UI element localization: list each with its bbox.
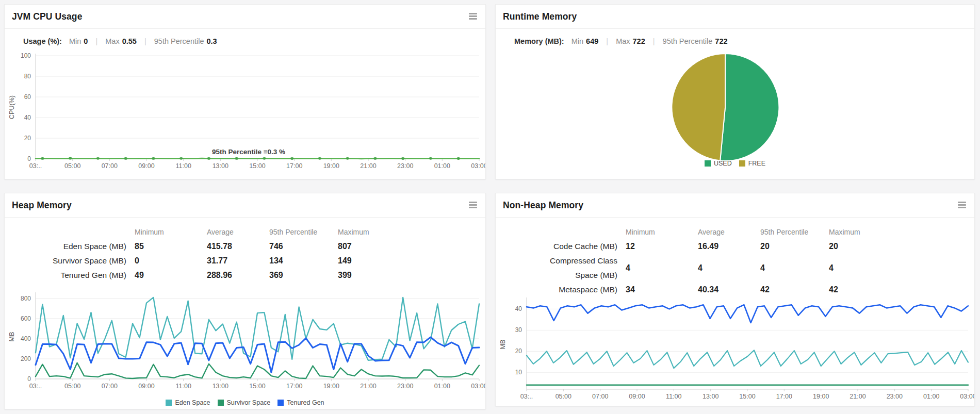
svg-text:13:00: 13:00 [213, 162, 228, 170]
table-cell: 0 [135, 254, 207, 268]
svg-text:19:00: 19:00 [323, 162, 339, 170]
legend-label: USED [714, 160, 732, 167]
column-header: 95th Percentile [269, 225, 338, 239]
heap-stats-table: Minimum Average 95th Percentile Maximum … [15, 225, 485, 283]
svg-text:01:00: 01:00 [434, 383, 450, 390]
p95-value: 722 [715, 37, 727, 45]
heap-chart-legend: Eden SpaceSurvivor SpaceTenured Gen [5, 399, 485, 406]
column-header: Average [207, 225, 269, 239]
svg-text:11:00: 11:00 [176, 383, 191, 390]
table-cell: 85 [135, 239, 207, 254]
nonheap-stats-table: Minimum Average 95th Percentile Maximum … [506, 225, 974, 297]
column-header: Average [698, 225, 760, 239]
stats-label: Usage (%): [23, 37, 62, 45]
svg-text:MB: MB [499, 340, 507, 350]
table-cell: 149 [338, 254, 395, 268]
panel-header: Non-Heap Memory [496, 193, 974, 218]
legend-label: Survivor Space [227, 399, 271, 406]
table-cell: 20 [829, 239, 886, 254]
legend-label: FREE [748, 160, 765, 167]
svg-text:20: 20 [515, 347, 522, 355]
svg-text:600: 600 [21, 315, 31, 322]
svg-text:17:00: 17:00 [286, 383, 302, 390]
panel-heap-memory: Heap Memory Minimum Average 95th Percent… [4, 193, 486, 409]
table-cell: 31.77 [207, 254, 269, 268]
runtime-memory-pie-chart[interactable] [666, 48, 785, 167]
table-corner [15, 225, 135, 239]
table-cell: 369 [269, 268, 338, 283]
svg-text:11:00: 11:00 [176, 162, 191, 170]
svg-text:13:00: 13:00 [213, 383, 228, 390]
panel-title: Non-Heap Memory [503, 200, 583, 211]
svg-text:15:00: 15:00 [249, 383, 265, 390]
table-cell: 12 [626, 239, 698, 254]
separator: | [90, 37, 103, 45]
panel-non-heap-memory: Non-Heap Memory Minimum Average 95th Per… [495, 193, 975, 406]
column-header: Minimum [135, 225, 207, 239]
legend-item-survivor-space[interactable]: Survivor Space [218, 399, 271, 406]
svg-text:15:00: 15:00 [739, 393, 755, 400]
svg-text:21:00: 21:00 [360, 383, 376, 390]
table-cell: 4 [626, 261, 698, 275]
heap-memory-line-chart[interactable]: 020040060080003:..05:0007:0009:0011:0013… [6, 289, 483, 392]
svg-text:95th Percentile =0.3 %: 95th Percentile =0.3 % [212, 148, 285, 156]
svg-text:03:00: 03:00 [960, 393, 975, 400]
min-label: Min [571, 37, 583, 45]
legend-item-free[interactable]: FREE [739, 160, 765, 167]
min-value: 649 [586, 37, 598, 45]
legend-item-tenured-gen[interactable]: Tenured Gen [277, 399, 324, 406]
svg-text:80: 80 [24, 73, 31, 80]
legend-swatch-icon [277, 400, 284, 406]
nonheap-memory-line-chart[interactable]: 1020304003:..05:0007:0009:0011:0013:0015… [497, 294, 972, 403]
svg-text:05:00: 05:00 [556, 393, 571, 400]
row-label: Tenured Gen (MB) [15, 268, 135, 283]
svg-text:30: 30 [515, 326, 522, 334]
panel-jvm-cpu-usage: JVM CPU Usage Usage (%): Min0 | Max0.55 … [4, 4, 486, 179]
table-cell: 16.49 [698, 239, 760, 254]
panel-header: Runtime Memory [496, 5, 974, 29]
svg-text:05:00: 05:00 [64, 383, 80, 390]
svg-text:09:00: 09:00 [138, 383, 154, 390]
svg-text:07:00: 07:00 [592, 393, 608, 400]
table-cell: 4 [698, 261, 760, 275]
panel-header: Heap Memory [5, 193, 485, 218]
panel-title: Heap Memory [12, 200, 72, 211]
svg-text:CPU(%): CPU(%) [8, 95, 15, 119]
svg-text:0: 0 [27, 155, 31, 162]
column-header: 95th Percentile [760, 225, 829, 239]
table-cell: 415.78 [207, 239, 269, 254]
svg-text:07:00: 07:00 [102, 162, 118, 170]
min-label: Min [69, 37, 81, 45]
table-cell: 288.96 [207, 268, 269, 283]
panel-title: Runtime Memory [503, 11, 577, 22]
row-label: Compressed Class Space (MB) [506, 254, 626, 283]
svg-text:21:00: 21:00 [850, 393, 865, 400]
svg-text:19:00: 19:00 [323, 383, 339, 390]
max-label: Max [105, 37, 119, 45]
legend-item-used[interactable]: USED [705, 160, 732, 167]
cpu-stats-row: Usage (%): Min0 | Max0.55 | 95th Percent… [23, 37, 485, 45]
hamburger-icon[interactable] [469, 13, 477, 20]
p95-value: 0.3 [206, 37, 217, 45]
max-value: 0.55 [122, 37, 137, 45]
svg-text:400: 400 [21, 335, 31, 342]
svg-text:40: 40 [515, 305, 522, 312]
max-label: Max [616, 37, 630, 45]
svg-text:MB: MB [8, 332, 15, 342]
svg-text:800: 800 [21, 295, 31, 302]
table-cell: 20 [760, 239, 829, 254]
cpu-usage-line-chart[interactable]: 02040608010003:..05:0007:0009:0011:0013:… [6, 51, 483, 176]
hamburger-icon[interactable] [958, 202, 966, 208]
svg-text:19:00: 19:00 [813, 393, 829, 400]
runtime-stats-row: Memory (MB): Min649 | Max722 | 95th Perc… [514, 37, 974, 45]
svg-text:60: 60 [24, 93, 31, 101]
svg-text:01:00: 01:00 [434, 162, 450, 170]
legend-item-eden-space[interactable]: Eden Space [166, 399, 210, 406]
svg-text:03:00: 03:00 [471, 383, 486, 390]
hamburger-icon[interactable] [469, 202, 477, 208]
stats-label: Memory (MB): [514, 37, 564, 45]
table-cell: 49 [135, 268, 207, 283]
legend-swatch-icon [705, 160, 711, 167]
svg-text:09:00: 09:00 [138, 162, 154, 170]
svg-text:17:00: 17:00 [776, 393, 792, 400]
